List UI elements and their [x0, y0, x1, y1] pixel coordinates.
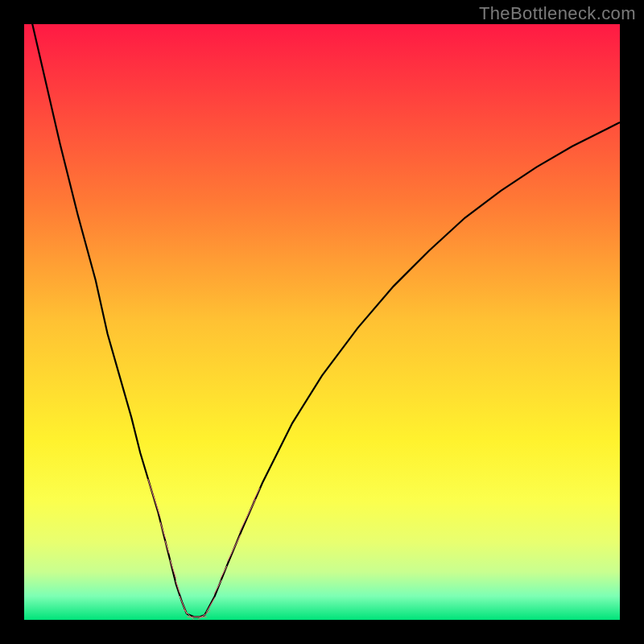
bead: [184, 609, 194, 620]
bead-markers: [148, 479, 260, 619]
bead: [240, 500, 255, 532]
watermark-text: TheBottleneck.com: [479, 3, 636, 24]
curve-left: [24, 24, 187, 614]
bead: [198, 611, 210, 619]
bead: [160, 522, 165, 539]
curve-right: [204, 122, 620, 615]
plot-area: [24, 24, 620, 620]
bead: [221, 567, 226, 579]
bead: [254, 489, 260, 502]
bead: [148, 479, 160, 516]
bead: [227, 535, 240, 562]
frame: TheBottleneck.com: [0, 0, 644, 644]
curve-layer: [24, 24, 620, 620]
bead: [214, 580, 221, 594]
bead: [206, 598, 214, 613]
